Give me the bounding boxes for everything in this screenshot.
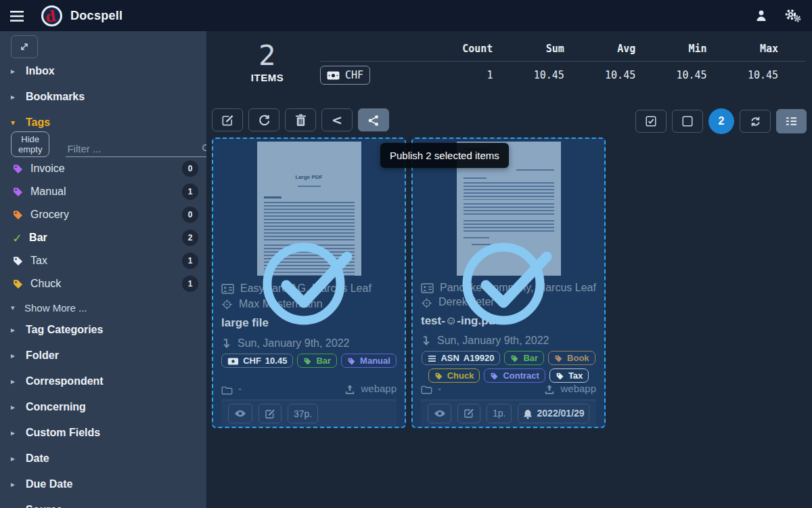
tag-item-grocery[interactable]: Grocery 0	[0, 203, 206, 226]
tag-badge-chuck[interactable]: Chuck	[428, 368, 480, 383]
merge-button[interactable]: <	[321, 108, 353, 131]
preview-eye-button[interactable]	[228, 404, 252, 423]
document-page-thumbnail: Large PDF	[257, 142, 361, 276]
top-navbar: d Docspell	[0, 0, 812, 31]
item-date-row: Sun, January 9th, 2022	[221, 335, 397, 351]
edit-item-button[interactable]	[457, 404, 480, 423]
folder-source-row: - webapp	[421, 383, 596, 395]
sidebar: ▸ Inbox ▸ Bookmarks ▾ Tags Hide empty In…	[0, 31, 206, 508]
sidebar-item-inbox[interactable]: ▸ Inbox	[0, 58, 206, 84]
reprocess-button[interactable]	[248, 108, 279, 131]
docspell-app: d Docspell ▸ Inbox ▸ Bookm	[0, 0, 812, 508]
tag-icon	[12, 278, 24, 290]
tag-icon	[554, 353, 563, 363]
page-count-badge[interactable]: 37p.	[288, 404, 318, 423]
caret-down-icon: ▾	[11, 118, 26, 127]
sidebar-item-date[interactable]: ▸Date	[0, 446, 206, 471]
delete-button[interactable]	[285, 108, 316, 131]
tag-count-badge: 2	[182, 230, 198, 246]
tag-item-tax[interactable]: Tax 1	[0, 249, 206, 272]
tag-filter-input[interactable]	[67, 143, 202, 154]
tag-icon	[12, 209, 24, 221]
tag-badge-manual[interactable]: Manual	[341, 354, 397, 368]
item-name[interactable]: large file	[221, 316, 397, 330]
page-count-badge[interactable]: 1p.	[487, 404, 512, 423]
less-than-icon: <	[332, 112, 342, 127]
tag-icon	[12, 255, 24, 267]
currency-stats-table: Count Sum Avg Min Max CHF 1 10.45 10.45 …	[320, 39, 805, 85]
caret-right-icon: ▸	[11, 428, 26, 438]
arrow-down-icon	[421, 335, 431, 347]
deselect-all-button[interactable]	[672, 110, 703, 133]
edit-selected-button[interactable]	[212, 108, 243, 131]
show-more-tags[interactable]: ▾ Show More ...	[0, 299, 206, 316]
item-name[interactable]: test-☺-ing.pdf	[421, 314, 596, 328]
tag-item-chuck[interactable]: Chuck 1	[0, 272, 206, 295]
caret-right-icon: ▸	[11, 325, 26, 335]
card-body: Pancake Company, Marcus Leaf Derek Jeter…	[413, 276, 604, 427]
sidebar-item-concerning[interactable]: ▸Concerning	[0, 394, 206, 420]
tag-item-manual[interactable]: Manual 1	[0, 180, 206, 203]
view-menu-button[interactable]	[776, 109, 807, 133]
sidebar-item-folder[interactable]: ▸Folder	[0, 343, 206, 368]
source-value: webapp	[361, 383, 397, 394]
sidebar-item-tag-categories[interactable]: ▸Tag Categories	[0, 317, 206, 343]
tag-count-badge: 1	[182, 184, 198, 200]
tag-badge-contract[interactable]: Contract	[484, 368, 545, 383]
preview-eye-button[interactable]	[428, 404, 451, 423]
divider	[320, 61, 805, 62]
currency-chip[interactable]: CHF	[320, 66, 370, 85]
tag-badge-bar[interactable]: Bar	[297, 354, 337, 368]
tag-count-badge: 0	[182, 161, 198, 177]
tag-item-invoice[interactable]: Invoice 0	[0, 157, 206, 180]
main-content: 2 ITEMS Count Sum Avg Min Max CHF	[206, 31, 812, 508]
address-card-icon	[221, 282, 234, 295]
caret-right-icon: ▸	[11, 454, 26, 463]
sidebar-item-custom-fields[interactable]: ▸Custom Fields	[0, 420, 206, 446]
items-label: ITEMS	[240, 72, 294, 83]
tag-icon	[303, 356, 312, 366]
address-card-icon	[421, 282, 434, 294]
document-preview[interactable]: Large PDF	[213, 139, 405, 276]
item-card[interactable]: Pancake Company, Marcus Leaf Derek Jeter…	[411, 137, 606, 428]
arrow-down-icon	[221, 337, 231, 349]
collapse-sidebar-button[interactable]	[11, 35, 38, 58]
tag-badge-book[interactable]: Book	[548, 351, 595, 365]
badge-row: ASN A19920 Bar Book Chuck	[421, 351, 596, 383]
sidebar-item-due-date[interactable]: ▸Due Date	[0, 471, 206, 497]
sidebar-item-source[interactable]: ▸Source	[0, 497, 206, 508]
asn-badge[interactable]: ASN A19920	[422, 351, 500, 365]
card-footer: 1p. 2022/01/29	[421, 400, 596, 427]
item-card[interactable]: Large PDF EasyCare AG, Marcus Leaf Max M…	[212, 137, 406, 428]
correspondent-row: Pancake Company, Marcus Leaf	[421, 280, 596, 295]
caret-right-icon: ▸	[11, 66, 26, 76]
sidebar-item-correspondent[interactable]: ▸Correspondent	[0, 368, 206, 394]
tag-badge-bar[interactable]: Bar	[504, 351, 544, 365]
tag-item-bar-selected[interactable]: ✓ Bar 2	[0, 226, 206, 249]
sidebar-item-bookmarks[interactable]: ▸ Bookmarks	[0, 84, 206, 110]
settings-gears-icon[interactable]	[784, 8, 801, 23]
menu-icon[interactable]	[10, 9, 24, 22]
tag-badge-tax[interactable]: Tax	[549, 368, 589, 383]
bell-icon	[523, 408, 533, 419]
select-all-button[interactable]	[635, 110, 667, 133]
folder-icon	[421, 383, 432, 394]
due-date-badge[interactable]: 2022/01/29	[518, 404, 589, 423]
hide-empty-button[interactable]: Hide empty	[11, 131, 49, 157]
user-account-icon[interactable]	[754, 9, 768, 22]
source-value: webapp	[560, 383, 596, 394]
tag-icon	[490, 371, 499, 381]
caret-down-icon: ▾	[11, 303, 24, 312]
tag-icon	[12, 186, 24, 198]
publish-button[interactable]	[358, 108, 389, 131]
correspondent-row: EasyCare AG, Marcus Leaf	[221, 280, 397, 296]
edit-item-button[interactable]	[258, 404, 281, 423]
tag-icon	[556, 371, 564, 381]
upload-icon	[544, 383, 555, 395]
amount-badge[interactable]: CHF 10.45	[221, 354, 293, 368]
invert-selection-button[interactable]	[740, 110, 771, 133]
item-date-row: Sun, January 9th, 2022	[421, 333, 596, 348]
tag-count-badge: 1	[182, 253, 198, 269]
tag-icon	[12, 163, 24, 175]
folder-icon	[221, 383, 233, 394]
